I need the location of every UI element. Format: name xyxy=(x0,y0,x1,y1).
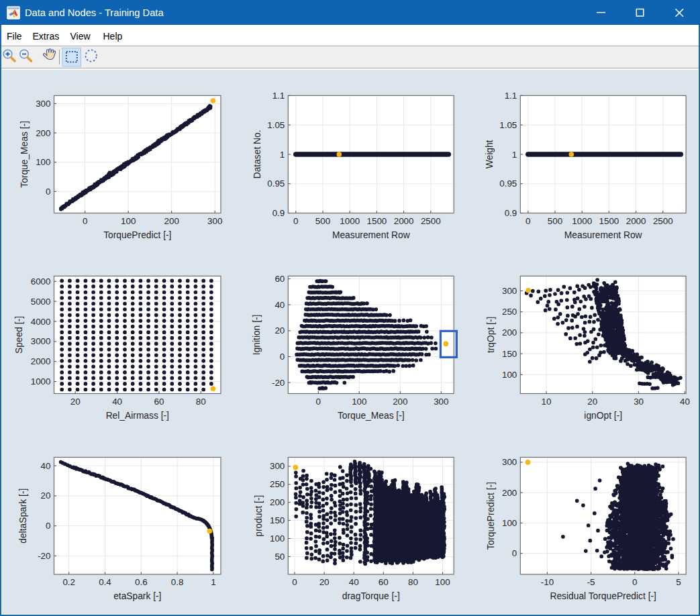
svg-text:1: 1 xyxy=(512,150,517,160)
svg-text:300: 300 xyxy=(502,457,517,467)
svg-text:100: 100 xyxy=(121,216,136,226)
svg-text:200: 200 xyxy=(502,488,517,498)
svg-text:100: 100 xyxy=(352,397,366,407)
svg-text:30: 30 xyxy=(634,397,644,407)
svg-text:150: 150 xyxy=(270,515,285,525)
svg-text:20: 20 xyxy=(319,577,330,587)
svg-text:500: 500 xyxy=(315,216,330,226)
svg-text:40: 40 xyxy=(112,397,122,407)
svg-text:0.4: 0.4 xyxy=(99,577,111,587)
svg-text:0: 0 xyxy=(512,548,517,558)
svg-text:100: 100 xyxy=(435,577,450,587)
svg-text:10: 10 xyxy=(542,397,552,407)
svg-text:20: 20 xyxy=(587,397,597,407)
svg-text:40: 40 xyxy=(680,397,690,407)
svg-text:200: 200 xyxy=(502,327,517,338)
svg-text:product [-]: product [-] xyxy=(254,495,264,537)
svg-text:Speed [-]: Speed [-] xyxy=(14,316,24,354)
svg-text:20: 20 xyxy=(274,325,285,336)
svg-text:0: 0 xyxy=(46,187,50,197)
svg-text:0: 0 xyxy=(280,352,285,362)
svg-text:5: 5 xyxy=(676,577,681,587)
svg-text:1.05: 1.05 xyxy=(499,120,517,130)
svg-text:0: 0 xyxy=(83,216,87,226)
svg-text:0.2: 0.2 xyxy=(62,577,75,587)
svg-text:300: 300 xyxy=(270,461,285,471)
svg-text:1.05: 1.05 xyxy=(267,120,285,130)
svg-text:1000: 1000 xyxy=(31,376,51,387)
svg-text:Weight: Weight xyxy=(485,140,495,168)
svg-text:-20: -20 xyxy=(38,551,50,561)
svg-text:0: 0 xyxy=(46,521,50,531)
svg-text:TorquePredict [-]: TorquePredict [-] xyxy=(103,230,171,240)
svg-text:1000: 1000 xyxy=(340,216,360,226)
svg-text:1500: 1500 xyxy=(367,216,387,226)
svg-text:300: 300 xyxy=(207,216,222,226)
svg-text:Rel_Airmass [-]: Rel_Airmass [-] xyxy=(106,411,169,421)
svg-text:0: 0 xyxy=(632,577,637,587)
svg-text:-10: -10 xyxy=(541,577,554,587)
svg-text:80: 80 xyxy=(408,577,418,587)
svg-text:100: 100 xyxy=(36,157,50,167)
svg-text:0: 0 xyxy=(526,216,530,226)
svg-text:40: 40 xyxy=(41,461,51,471)
svg-text:200: 200 xyxy=(36,128,50,138)
svg-text:150: 150 xyxy=(502,349,517,359)
svg-text:1: 1 xyxy=(280,150,285,160)
svg-text:250: 250 xyxy=(502,307,517,317)
svg-text:2000: 2000 xyxy=(31,356,51,366)
svg-text:0: 0 xyxy=(316,397,321,407)
svg-text:Dataset No.: Dataset No. xyxy=(252,130,262,178)
svg-text:1000: 1000 xyxy=(572,216,592,226)
svg-text:6000: 6000 xyxy=(31,276,51,287)
svg-text:0.9: 0.9 xyxy=(272,208,285,218)
svg-text:Ignition [-]: Ignition [-] xyxy=(252,315,262,356)
svg-text:4000: 4000 xyxy=(31,317,51,327)
svg-text:200: 200 xyxy=(393,397,407,407)
svg-text:ignOpt [-]: ignOpt [-] xyxy=(584,411,622,421)
svg-text:200: 200 xyxy=(164,216,179,226)
svg-text:60: 60 xyxy=(274,274,285,284)
svg-text:0.95: 0.95 xyxy=(499,178,517,189)
svg-text:100: 100 xyxy=(502,370,517,380)
svg-text:1500: 1500 xyxy=(599,216,619,226)
svg-text:500: 500 xyxy=(548,216,562,226)
svg-text:2000: 2000 xyxy=(394,216,414,226)
svg-text:50: 50 xyxy=(274,552,285,562)
svg-text:0.9: 0.9 xyxy=(505,208,517,218)
svg-text:etaSpark [-]: etaSpark [-] xyxy=(113,591,161,601)
svg-text:250: 250 xyxy=(270,479,285,489)
svg-text:Torque_Meas [-]: Torque_Meas [-] xyxy=(19,121,30,188)
svg-text:Measurement Row: Measurement Row xyxy=(564,230,642,240)
svg-text:80: 80 xyxy=(196,397,206,407)
svg-text:2000: 2000 xyxy=(626,216,646,226)
svg-text:0.95: 0.95 xyxy=(267,178,285,189)
svg-text:trqOpt [-]: trqOpt [-] xyxy=(486,317,496,353)
svg-text:-20: -20 xyxy=(272,378,285,388)
svg-text:300: 300 xyxy=(434,397,448,407)
svg-text:200: 200 xyxy=(270,497,285,507)
svg-text:Torque_Meas [-]: Torque_Meas [-] xyxy=(338,411,405,421)
svg-text:300: 300 xyxy=(36,99,50,109)
svg-text:Residual TorquePredict [-]: Residual TorquePredict [-] xyxy=(550,591,656,601)
svg-text:1.1: 1.1 xyxy=(272,91,285,101)
svg-text:dragTorque [-]: dragTorque [-] xyxy=(342,591,400,601)
svg-text:40: 40 xyxy=(349,577,359,587)
svg-text:5000: 5000 xyxy=(31,297,51,307)
svg-text:deltaSpark [-]: deltaSpark [-] xyxy=(18,489,28,544)
svg-text:-5: -5 xyxy=(587,577,595,587)
svg-text:20: 20 xyxy=(70,397,81,407)
svg-text:2500: 2500 xyxy=(421,216,441,226)
svg-text:0.6: 0.6 xyxy=(135,577,148,587)
svg-text:20: 20 xyxy=(41,491,51,501)
svg-text:100: 100 xyxy=(270,533,285,544)
svg-text:3000: 3000 xyxy=(31,336,51,346)
svg-text:TorquePredict [-]: TorquePredict [-] xyxy=(486,482,496,550)
svg-text:60: 60 xyxy=(154,397,164,407)
svg-text:2500: 2500 xyxy=(653,216,673,226)
svg-text:0.8: 0.8 xyxy=(171,577,184,587)
svg-text:Measurement Row: Measurement Row xyxy=(332,230,410,240)
svg-text:1.1: 1.1 xyxy=(505,91,517,101)
svg-text:1: 1 xyxy=(211,577,215,587)
svg-text:0: 0 xyxy=(293,216,298,226)
